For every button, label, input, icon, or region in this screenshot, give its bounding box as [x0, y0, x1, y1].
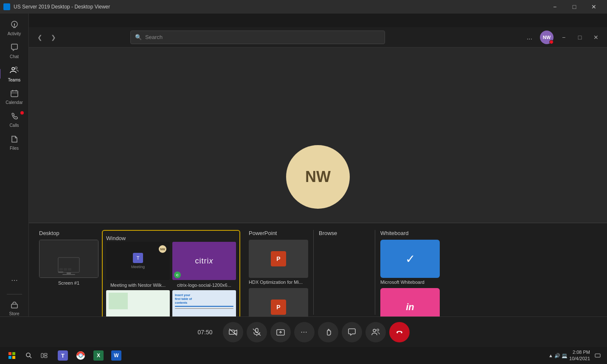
title-bar-controls: − □ ✕	[545, 0, 604, 14]
call-time: 07:50	[197, 329, 212, 336]
search-bar[interactable]: 🔍 Search	[130, 31, 385, 44]
svg-point-2	[14, 26, 15, 27]
calls-badge	[20, 111, 24, 115]
search-icon: 🔍	[135, 34, 142, 40]
ppt-label-1: HDX Optimization for Mi...	[249, 280, 303, 285]
svg-rect-15	[68, 268, 71, 271]
search-placeholder: Search	[145, 34, 380, 40]
sidebar-nav: Activity Chat	[3, 17, 26, 268]
word-line1: Insert your	[175, 294, 233, 297]
maximize-app-button[interactable]: □	[574, 31, 586, 43]
avatar-initials: NW	[543, 35, 551, 40]
mic-button[interactable]	[247, 322, 267, 342]
close-button[interactable]: ✕	[584, 0, 604, 14]
meeting-thumbnail: T Meeting NW	[106, 242, 170, 280]
svg-rect-1	[14, 23, 15, 26]
window-item-citrix[interactable]: citrix C citrix-logo-social-1200x6...	[172, 242, 236, 288]
chat-icon	[10, 43, 19, 53]
participants-button[interactable]	[365, 322, 386, 342]
desktop-thumb-inner	[39, 240, 98, 277]
window-section-title: Window	[106, 235, 126, 241]
sidebar-item-activity[interactable]: Activity	[3, 17, 26, 39]
sidebar-item-teams[interactable]: Teams	[3, 63, 26, 85]
ppt-icon-2: P	[271, 300, 286, 315]
svg-rect-31	[41, 353, 43, 358]
ppt-item-1[interactable]: P HDX Optimization for Mi...	[249, 240, 308, 285]
close-app-button[interactable]: ✕	[590, 31, 602, 43]
header-more-button[interactable]: ...	[523, 32, 536, 43]
minimize-button[interactable]: −	[545, 0, 565, 14]
taskbar-search[interactable]	[22, 349, 36, 362]
whiteboard-item-ms[interactable]: ✓ Microsoft Whiteboard	[380, 240, 440, 285]
svg-rect-5	[11, 91, 18, 97]
taskbar-app-word[interactable]: W	[108, 347, 125, 364]
back-button[interactable]: ❮	[34, 31, 46, 43]
camera-button[interactable]	[223, 322, 243, 342]
powerpoint-section-title: PowerPoint	[249, 230, 308, 236]
word-line2: first table of	[175, 297, 233, 300]
notification-button[interactable]	[592, 350, 604, 361]
minimize-app-button[interactable]: −	[558, 31, 570, 43]
more-options-button[interactable]: ⋯	[294, 322, 315, 342]
files-icon	[10, 135, 19, 145]
window-item-meeting[interactable]: T Meeting NW Meeting with Nestor Wilk...	[106, 242, 170, 288]
svg-point-3	[12, 67, 14, 70]
chrome-icon-small: C	[174, 272, 181, 278]
window-citrix-label: citrix-logo-social-1200x6...	[177, 283, 231, 288]
main-content: NW Desktop	[29, 48, 607, 347]
svg-rect-25	[8, 352, 11, 355]
sep-2	[375, 230, 375, 315]
activity-label: Activity	[8, 31, 21, 36]
svg-rect-26	[12, 352, 15, 355]
title-bar-text: US Server 2019 Desktop - Desktop Viewer	[14, 4, 110, 10]
taskbar-app-chrome[interactable]	[72, 347, 89, 364]
taskbar-app-excel[interactable]: X	[90, 347, 107, 364]
desktop-item[interactable]: Screen #1	[39, 240, 98, 286]
taskbar-apps: T X W	[54, 347, 125, 364]
word-content-line2	[175, 308, 233, 309]
sidebar-item-chat[interactable]: Chat	[3, 40, 26, 62]
forward-button[interactable]: ❯	[48, 31, 59, 43]
chat-toolbar-button[interactable]	[342, 322, 362, 342]
separator	[7, 294, 22, 294]
svg-point-23	[373, 329, 376, 332]
svg-rect-11	[67, 272, 71, 274]
svg-point-36	[79, 354, 82, 357]
sidebar: Activity Chat	[0, 14, 29, 347]
header-bar: ❮ ❯ 🔍 Search ... NW − □ ✕	[29, 27, 607, 48]
end-call-button[interactable]	[389, 322, 410, 342]
meeting-thumb-bg: T Meeting NW	[106, 242, 170, 280]
taskbar-date: 10/4/2021	[569, 356, 590, 362]
sidebar-item-calls[interactable]: Calls	[3, 109, 26, 131]
raise-hand-button[interactable]	[318, 322, 338, 342]
svg-rect-0	[4, 4, 9, 9]
svg-rect-37	[595, 354, 600, 357]
teams-logo-small: T	[133, 253, 143, 263]
avatar-status-badge	[549, 40, 554, 44]
title-bar: US Server 2019 Desktop - Desktop Viewer …	[0, 0, 607, 14]
citrix-thumbnail: citrix C	[172, 242, 236, 280]
user-avatar[interactable]: NW	[540, 31, 554, 44]
sidebar-item-calendar[interactable]: Calendar	[3, 86, 26, 108]
taskbar-app-teams[interactable]: T	[54, 347, 71, 364]
call-toolbar: 07:50 ⋯	[0, 316, 607, 347]
ppt-icon-1: P	[271, 251, 286, 266]
share-button[interactable]	[270, 322, 291, 342]
maximize-button[interactable]: □	[565, 0, 584, 14]
desktop-section-title: Desktop	[39, 230, 98, 236]
svg-rect-13	[59, 268, 63, 271]
teams-icon	[10, 66, 19, 76]
sidebar-item-files[interactable]: Files	[3, 132, 26, 154]
chat-label: Chat	[10, 54, 19, 59]
start-button[interactable]	[3, 349, 20, 362]
taskbar-clock[interactable]: 2:08 PM 10/4/2021	[569, 349, 590, 362]
svg-rect-14	[64, 268, 67, 271]
citrix-logo-text: citrix	[195, 257, 214, 266]
svg-rect-9	[11, 304, 17, 308]
ppt-thumbnail-1: P	[249, 240, 308, 278]
task-view-button[interactable]	[37, 349, 51, 362]
svg-rect-33	[44, 356, 47, 358]
sidebar-item-store[interactable]: Store	[3, 297, 26, 319]
svg-rect-27	[8, 356, 11, 359]
sidebar-item-more[interactable]: ⋯	[3, 269, 26, 291]
